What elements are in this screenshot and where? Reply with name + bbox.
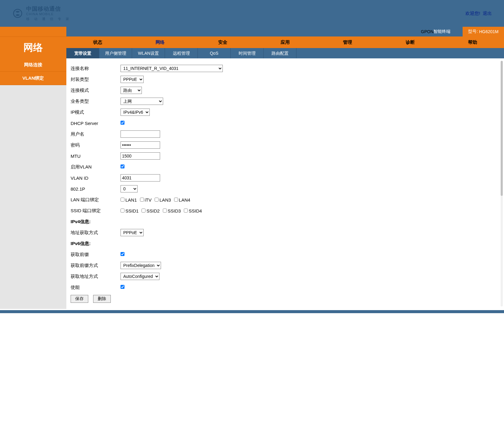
select-addr-mode[interactable]: PPPoE [121, 229, 144, 236]
ssid-bind-SSID4[interactable]: SSID4 [184, 208, 202, 213]
main-tab-状态[interactable]: 状态 [66, 36, 129, 48]
main-tab-应用[interactable]: 应用 [254, 36, 316, 48]
label-lan-bind: LAN 端口绑定 [71, 197, 121, 203]
device-suffix: 智能终端 [433, 29, 450, 34]
lan-bind-iTV[interactable]: iTV [140, 197, 152, 202]
ipv4-header: IPv4信息: [71, 219, 121, 225]
select-8021p[interactable]: 0 [121, 185, 138, 192]
checkbox-enable[interactable] [121, 285, 124, 289]
label-prefix-mode: 获取前缀方式 [71, 263, 121, 268]
footer-bar [0, 310, 504, 313]
sub-tab-WLAN设置[interactable]: WLAN设置 [132, 48, 165, 58]
header: 中国移动通信 CHINA MOBILE 移 动 通 信 专 家 欢迎您! 退出 [0, 0, 504, 27]
ipv6-header: IPv6信息: [71, 241, 121, 247]
nav-tabs-wrap: 状态网络安全应用管理诊断帮助 宽带设置用户侧管理WLAN设置远程管理QoS时间管… [66, 36, 504, 58]
brand-slogan: 移 动 通 信 专 家 [26, 17, 71, 21]
main-tab-帮助[interactable]: 帮助 [442, 36, 504, 48]
scrollbar[interactable] [501, 61, 503, 306]
sub-tab-宽带设置[interactable]: 宽带设置 [66, 48, 99, 58]
checkbox-vlan-en[interactable] [121, 164, 124, 168]
label-8021p: 802.1P [71, 186, 121, 192]
label-username: 用户名 [71, 131, 121, 137]
checkbox-get-prefix[interactable] [121, 252, 124, 256]
info-bar-left [0, 27, 66, 36]
delete-button[interactable]: 删除 [93, 295, 111, 303]
device-type: GPON智能终端 [66, 27, 463, 36]
select-addr6-mode[interactable]: AutoConfigured [121, 273, 159, 280]
sidebar-item-VLAN绑定[interactable]: VLAN绑定 [0, 72, 66, 85]
checkbox-dhcp[interactable] [121, 121, 124, 125]
brand-cn: 中国移动通信 [26, 6, 71, 12]
lan-bind-group: LAN1iTVLAN3LAN4 [121, 197, 193, 202]
nav-row: 网络 状态网络安全应用管理诊断帮助 宽带设置用户侧管理WLAN设置远程管理QoS… [0, 36, 504, 58]
lan-bind-LAN1[interactable]: LAN1 [121, 197, 137, 202]
main-tab-诊断[interactable]: 诊断 [379, 36, 441, 48]
select-prefix-mode[interactable]: PrefixDelegation [121, 262, 161, 269]
label-password: 密码 [71, 142, 121, 148]
header-right: 欢迎您! 退出 [464, 11, 492, 16]
label-encap: 封装类型 [71, 77, 121, 82]
label-mtu: MTU [71, 154, 121, 159]
ssid-bind-SSID3[interactable]: SSID3 [163, 208, 181, 213]
body: 网络连接VLAN绑定 连接名称 11_INTERNET_R_VID_4031 封… [0, 58, 504, 309]
device-prefix: GPON [421, 29, 433, 34]
logo-text: 中国移动通信 CHINA MOBILE 移 动 通 信 专 家 [26, 6, 71, 21]
logo-area: 中国移动通信 CHINA MOBILE 移 动 通 信 专 家 [12, 6, 71, 21]
main-tab-管理[interactable]: 管理 [317, 36, 379, 48]
sidebar: 网络连接VLAN绑定 [0, 58, 66, 309]
scrollbar-thumb[interactable] [501, 61, 503, 196]
select-svc-type[interactable]: 上网 [121, 98, 163, 105]
main-tab-安全[interactable]: 安全 [191, 36, 254, 48]
checkbox-ssid-SSID3[interactable] [163, 209, 167, 213]
welcome-text: 欢迎您! [465, 11, 480, 16]
label-conn-mode: 连接模式 [71, 88, 121, 93]
lan-bind-LAN3[interactable]: LAN3 [155, 197, 171, 202]
checkbox-lan-iTV[interactable] [140, 198, 144, 202]
label-dhcp: DHCP Server [71, 121, 121, 126]
sidebar-item-网络连接[interactable]: 网络连接 [0, 58, 66, 72]
label-vlan-en: 启用VLAN [71, 164, 121, 170]
select-encap[interactable]: PPPoE [121, 76, 144, 83]
label-addr-mode: 地址获取方式 [71, 230, 121, 236]
checkbox-lan-LAN3[interactable] [155, 198, 159, 202]
label-get-prefix: 获取前缀 [71, 252, 121, 258]
label-enable: 使能 [71, 285, 121, 290]
select-ip-mode[interactable]: IPv4&IPv6 [121, 109, 150, 116]
label-ip-mode: IP模式 [71, 109, 121, 115]
model-info: 型号: HG6201M [463, 27, 504, 36]
input-mtu[interactable] [121, 152, 160, 160]
checkbox-ssid-SSID1[interactable] [121, 209, 124, 213]
save-button[interactable]: 保存 [71, 295, 88, 303]
label-conn-name: 连接名称 [71, 66, 121, 71]
lan-bind-LAN4[interactable]: LAN4 [174, 197, 191, 202]
sub-tab-时间管理[interactable]: 时间管理 [231, 48, 264, 58]
label-ssid-bind: SSID 端口绑定 [71, 208, 121, 214]
input-password[interactable] [121, 141, 160, 149]
checkbox-ssid-SSID2[interactable] [142, 209, 145, 213]
label-vlan-id: VLAN ID [71, 175, 121, 181]
checkbox-lan-LAN1[interactable] [121, 198, 124, 202]
sub-tab-远程管理[interactable]: 远程管理 [165, 48, 198, 58]
brand-en: CHINA MOBILE [26, 12, 71, 16]
input-vlan-id[interactable] [121, 174, 160, 182]
model-label: 型号: [468, 29, 478, 34]
sub-tab-QoS[interactable]: QoS [198, 48, 231, 58]
checkbox-lan-LAN4[interactable] [174, 198, 178, 202]
main-tab-网络[interactable]: 网络 [129, 36, 191, 48]
logout-link[interactable]: 退出 [483, 11, 492, 16]
svg-point-0 [14, 9, 22, 17]
page-title: 网络 [0, 36, 66, 58]
ssid-bind-SSID1[interactable]: SSID1 [121, 208, 138, 213]
ssid-bind-group: SSID1SSID2SSID3SSID4 [121, 208, 205, 213]
ssid-bind-SSID2[interactable]: SSID2 [142, 208, 159, 213]
checkbox-ssid-SSID4[interactable] [184, 209, 188, 213]
sub-tab-用户侧管理[interactable]: 用户侧管理 [99, 48, 132, 58]
input-username[interactable] [121, 130, 160, 138]
button-row: 保存 删除 [71, 295, 499, 303]
select-conn-mode[interactable]: 路由 [121, 87, 142, 94]
sub-tabs: 宽带设置用户侧管理WLAN设置远程管理QoS时间管理路由配置 [66, 48, 504, 58]
china-mobile-logo-icon [12, 8, 23, 19]
content: 连接名称 11_INTERNET_R_VID_4031 封装类型 PPPoE 连… [66, 58, 504, 309]
sub-tab-路由配置[interactable]: 路由配置 [264, 48, 296, 58]
select-conn-name[interactable]: 11_INTERNET_R_VID_4031 [121, 65, 223, 72]
